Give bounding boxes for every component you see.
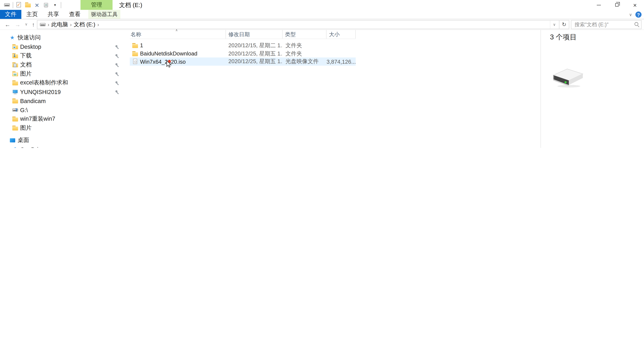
sidebar-item-downloads[interactable]: ↓下载 bbox=[0, 51, 123, 60]
column-header-row: 名称∧修改日期类型大小 bbox=[130, 30, 356, 39]
folder-icon bbox=[12, 125, 18, 131]
desktop-icon bbox=[10, 137, 16, 143]
sidebar-item-pictures[interactable]: 图片 bbox=[0, 69, 123, 78]
folder-icon bbox=[132, 42, 138, 48]
contextual-tab-manage[interactable]: 管理 bbox=[80, 0, 112, 10]
qat-new-folder-button[interactable] bbox=[24, 0, 32, 9]
window-controls: × bbox=[590, 0, 644, 10]
file-type-cell: 文件夹 bbox=[282, 50, 326, 57]
file-row-win7x64-2020-iso[interactable]: Win7x64_2020.iso2020/12/25, 星期五 1...光盘映像… bbox=[130, 58, 356, 66]
file-name-cell: BaiduNetdiskDownload bbox=[130, 50, 226, 57]
column-header-size[interactable]: 大小 bbox=[326, 30, 356, 38]
file-row-baidunetdiskdownload[interactable]: BaiduNetdiskDownload2020/12/25, 星期五 1...… bbox=[130, 50, 356, 58]
navigation-bar: ← → ∨ ↑ ›此电脑›文档 (E:)› ∨ ↻ bbox=[0, 19, 644, 30]
ribbon-tabs: 主页共享查看 bbox=[21, 10, 85, 19]
folder-desktop-icon bbox=[12, 44, 18, 50]
breadcrumb: ›此电脑›文档 (E:)› bbox=[47, 21, 100, 28]
search-icon[interactable] bbox=[634, 22, 640, 27]
tab-file[interactable]: 文件 bbox=[0, 10, 21, 19]
up-button[interactable]: ↑ bbox=[32, 22, 35, 27]
forward-button[interactable]: → bbox=[15, 22, 20, 27]
qat-delete-button[interactable]: × bbox=[32, 0, 42, 9]
file-name-label: BaiduNetdiskDownload bbox=[140, 50, 198, 57]
folder-down-icon: ↓ bbox=[12, 53, 18, 59]
column-header-name[interactable]: 名称∧ bbox=[130, 30, 226, 38]
back-button[interactable]: ← bbox=[5, 22, 10, 27]
monitor-icon bbox=[12, 89, 18, 95]
file-type-cell: 光盘映像文件 bbox=[282, 58, 326, 65]
minimize-button[interactable] bbox=[590, 0, 608, 10]
ribbon-right-controls: ∨ ? bbox=[629, 10, 642, 19]
tab-share[interactable]: 共享 bbox=[43, 10, 64, 19]
folder-doc-icon bbox=[12, 62, 18, 68]
sidebar-item-yunqishi2019[interactable]: YUNQISHI2019 bbox=[0, 87, 123, 96]
sidebar-item-label: YUNQISHI2019 bbox=[20, 89, 61, 95]
tab-home[interactable]: 主页 bbox=[21, 10, 42, 19]
pin-icon bbox=[115, 63, 120, 67]
file-size-cell: 3,874,126... bbox=[326, 59, 356, 65]
column-header-type[interactable]: 类型 bbox=[282, 30, 326, 38]
desktop-screen: ✓×▾ 管理 文档 (E:) × 文件 主页共享查看 驱动器工具 ∨ ? ← → bbox=[0, 0, 644, 148]
file-row-folder-1[interactable]: 12020/12/15, 星期二 1...文件夹 bbox=[130, 41, 356, 49]
file-rows: 12020/12/15, 星期二 1...文件夹BaiduNetdiskDown… bbox=[130, 41, 356, 66]
preview-item-count: 3 个项目 bbox=[550, 32, 577, 42]
sort-ascending-icon: ∧ bbox=[176, 28, 178, 32]
sidebar-item-label: 快速访问 bbox=[18, 34, 40, 41]
sidebar-item-desktop-root[interactable]: 桌面 bbox=[0, 136, 123, 145]
qat-window-icon-button[interactable] bbox=[2, 0, 12, 9]
quick-access-toolbar: ✓×▾ bbox=[0, 0, 62, 10]
refresh-button[interactable]: ↻ bbox=[560, 20, 569, 29]
tab-view[interactable]: 查看 bbox=[64, 10, 85, 19]
mouse-cursor bbox=[166, 60, 172, 68]
sidebar-item-desktop-pinned[interactable]: Desktop bbox=[0, 42, 123, 51]
qat-customize-button[interactable]: ▾ bbox=[50, 0, 60, 9]
breadcrumb-chevron-icon: › bbox=[47, 22, 50, 27]
drive-icon bbox=[4, 2, 10, 8]
sidebar-item-excel-folder[interactable]: excel表格制作求和 bbox=[0, 78, 123, 87]
breadcrumb-chevron-icon: › bbox=[96, 22, 100, 27]
file-type-cell: 文件夹 bbox=[282, 42, 326, 49]
search-input[interactable] bbox=[574, 21, 634, 28]
file-name-cell: 1 bbox=[130, 42, 226, 49]
sidebar-item-label: Desktop bbox=[20, 43, 41, 50]
column-header-date-modified[interactable]: 修改日期 bbox=[226, 30, 282, 38]
sidebar-item-label: 文档 bbox=[20, 61, 32, 68]
help-icon[interactable]: ? bbox=[636, 11, 642, 18]
file-name-label: Win7x64_2020.iso bbox=[140, 59, 186, 65]
restore-button[interactable] bbox=[608, 0, 626, 10]
explorer-window: ✓×▾ 管理 文档 (E:) × 文件 主页共享查看 驱动器工具 ∨ ? ← → bbox=[0, 0, 644, 148]
sidebar-item-onedrive[interactable]: OneDrive bbox=[0, 145, 123, 148]
sidebar-item-documents[interactable]: 文档 bbox=[0, 60, 123, 69]
file-name-cell: Win7x64_2020.iso bbox=[130, 59, 226, 65]
qat-properties-button[interactable]: ✓ bbox=[14, 0, 24, 9]
pin-icon bbox=[115, 81, 120, 85]
folder-icon bbox=[132, 51, 138, 56]
address-dropdown-icon[interactable]: ∨ bbox=[550, 20, 558, 28]
nav-buttons: ← → ∨ ↑ bbox=[0, 22, 37, 27]
qat-recycle-bin-button[interactable] bbox=[42, 0, 50, 9]
breadcrumb-item[interactable]: 文档 (E:) bbox=[72, 21, 96, 28]
column-header-label: 大小 bbox=[329, 30, 340, 38]
expand-ribbon-icon[interactable]: ∨ bbox=[629, 12, 632, 17]
file-date-cell: 2020/12/15, 星期二 1... bbox=[226, 42, 282, 49]
sidebar-item-g-drive[interactable]: ?G:\ bbox=[0, 105, 123, 114]
column-header-label: 类型 bbox=[285, 30, 296, 38]
close-icon: × bbox=[633, 2, 636, 8]
recent-locations-icon[interactable]: ∨ bbox=[25, 23, 28, 26]
main-content: 快速访问Desktop↓下载文档图片excel表格制作求和YUNQISHI201… bbox=[0, 30, 644, 148]
pin-icon bbox=[115, 45, 120, 49]
sidebar-item-pictures-2[interactable]: 图片 bbox=[0, 123, 123, 133]
sidebar-item-win7-folder[interactable]: win7重装win7 bbox=[0, 114, 123, 123]
drive-preview-icon bbox=[551, 67, 584, 88]
tab-drive-tools[interactable]: 驱动器工具 bbox=[88, 10, 120, 19]
sidebar-item-label: 下载 bbox=[20, 52, 32, 59]
iso-file-icon bbox=[132, 59, 138, 64]
breadcrumb-item[interactable]: 此电脑 bbox=[50, 21, 69, 28]
address-bar[interactable]: ›此电脑›文档 (E:)› ∨ bbox=[37, 20, 559, 29]
qat-separator bbox=[61, 2, 61, 8]
close-button[interactable]: × bbox=[626, 0, 644, 10]
sidebar-item-label: win7重装win7 bbox=[20, 115, 55, 123]
sidebar-item-quick-access[interactable]: 快速访问 bbox=[0, 33, 123, 42]
sidebar-item-bandicam[interactable]: Bandicam bbox=[0, 96, 123, 106]
folder-icon bbox=[12, 116, 18, 122]
